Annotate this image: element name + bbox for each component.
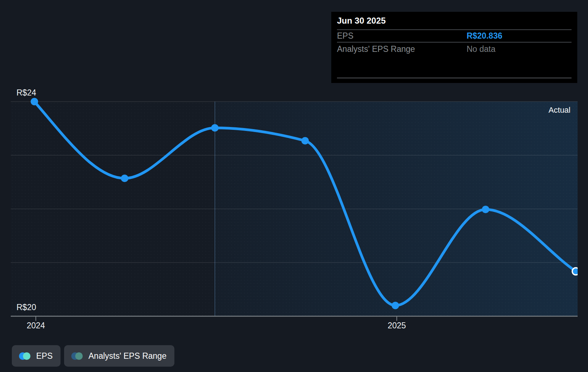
tooltip-row-value: No data bbox=[467, 44, 572, 54]
tooltip-spacer bbox=[337, 55, 572, 78]
legend-item-label: Analysts' EPS Range bbox=[88, 351, 167, 361]
x-tick-label-2024: 2024 bbox=[26, 320, 45, 331]
chart-tooltip: Jun 30 2025 EPS R$20.836 Analysts' EPS R… bbox=[331, 12, 577, 83]
tooltip-row-eps: EPS R$20.836 bbox=[337, 29, 572, 42]
tooltip-row-label: EPS bbox=[337, 31, 467, 41]
y-axis-label-min: R$20 bbox=[16, 303, 36, 312]
legend-item-analysts-eps-range[interactable]: Analysts' EPS Range bbox=[64, 345, 174, 367]
legend-item-label: EPS bbox=[36, 351, 53, 361]
legend: EPS Analysts' EPS Range bbox=[12, 345, 174, 367]
eps-series-dot-icon bbox=[19, 352, 30, 360]
actual-annotation: Actual bbox=[549, 106, 570, 115]
analysts-range-dot-icon bbox=[71, 352, 83, 360]
tooltip-row-analysts-range: Analysts' EPS Range No data bbox=[337, 42, 572, 55]
y-axis-label-max: R$24 bbox=[16, 88, 36, 98]
tooltip-bottom-divider bbox=[337, 78, 572, 78]
x-tick-label-2025: 2025 bbox=[387, 320, 406, 331]
eps-growth-chart: R$24 R$20 2024 2025 Actual Jun 30 2025 E… bbox=[0, 0, 588, 372]
tooltip-row-label: Analysts' EPS Range bbox=[337, 44, 467, 54]
legend-item-eps[interactable]: EPS bbox=[12, 345, 61, 367]
tooltip-date: Jun 30 2025 bbox=[337, 12, 572, 29]
tooltip-row-value: R$20.836 bbox=[467, 31, 572, 41]
